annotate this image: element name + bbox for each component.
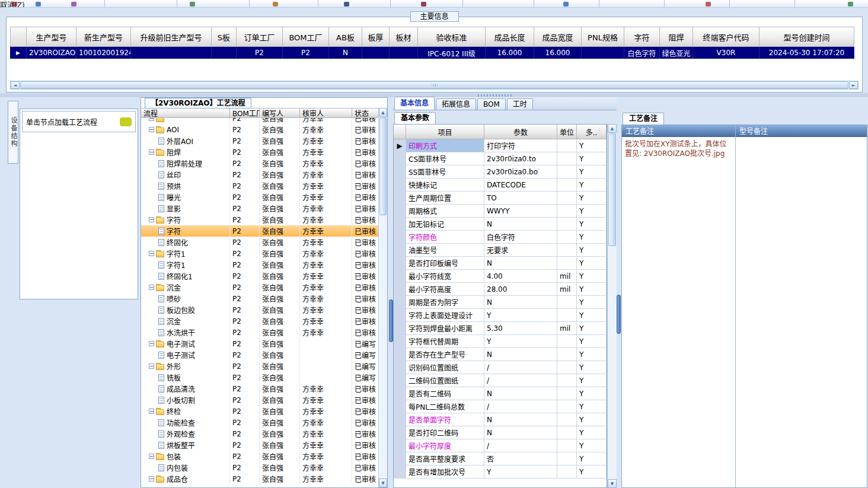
column-header[interactable]: 生产型号 bbox=[27, 27, 76, 47]
parameter-row[interactable]: 是否存在生产型号NY bbox=[394, 348, 607, 361]
parameter-row[interactable]: 是否有二维码NY bbox=[394, 387, 607, 400]
tree-row[interactable]: −沉金P2张自强方幸幸已审核 bbox=[141, 282, 378, 293]
column-header[interactable]: S板 bbox=[212, 27, 237, 47]
tree-row[interactable]: 电子测试P2张自强已编写 bbox=[141, 349, 378, 361]
parameter-row[interactable]: 生产周期位置TOY bbox=[394, 192, 607, 205]
tree-row[interactable]: 沉金P2张自强方幸幸已审核 bbox=[141, 315, 378, 327]
parameter-row[interactable]: 识别码位置图纸/Y bbox=[394, 361, 607, 374]
scrollbar-track[interactable] bbox=[608, 247, 617, 479]
parameter-row[interactable]: 快捷标记DATECODEY bbox=[394, 178, 607, 192]
tree-row[interactable]: 烘板整平P2张自强方幸幸已审核 bbox=[141, 439, 378, 451]
column-header[interactable]: 状态 bbox=[352, 108, 378, 118]
tree-row[interactable]: 小板切割P2张自强方幸幸已审核 bbox=[141, 394, 378, 406]
parameter-row[interactable]: 周期是否为阴字NY bbox=[394, 296, 607, 309]
tree-row[interactable]: −终检P2张自强方幸幸已审核 bbox=[141, 406, 378, 417]
column-header[interactable]: 板材 bbox=[390, 27, 418, 47]
tree-row[interactable]: 内包装P2张自强方幸幸已审核 bbox=[141, 462, 378, 473]
toolbar-icon[interactable] bbox=[71, 2, 76, 7]
parameter-row[interactable]: 字符颜色白色字符Y bbox=[394, 231, 607, 244]
scrollbar-thumb[interactable] bbox=[20, 81, 848, 89]
column-header[interactable]: BOM工厂 bbox=[283, 27, 329, 47]
splitter-grip[interactable] bbox=[478, 94, 512, 97]
process-note-content[interactable]: 批次号加在XY测试条上，具体位置见: 2V30ROIZAO批次号.jpg bbox=[622, 137, 735, 161]
tree-row[interactable]: −成品仓P2张自强方幸幸已审核 bbox=[141, 473, 378, 484]
tree-row[interactable]: 功能检查P2张自强方幸幸已审核 bbox=[141, 417, 378, 428]
tree-row[interactable]: 预烘P2张自强方幸幸已审核 bbox=[141, 180, 378, 192]
parameter-row[interactable]: 最小字符高度28.00milY bbox=[394, 283, 607, 296]
tree-row[interactable]: −阻焊P2张自强方幸幸已审核 bbox=[141, 146, 378, 158]
tree-row[interactable]: 喷砂P2张自强方幸幸已审核 bbox=[141, 293, 378, 304]
scrollbar-thumb[interactable] bbox=[608, 133, 616, 246]
column-header[interactable]: 多.. bbox=[577, 125, 607, 139]
tree-row[interactable]: 终固化P2张自强方幸幸已审核 bbox=[141, 237, 378, 248]
collapse-toggle-icon[interactable]: − bbox=[149, 285, 154, 290]
tree-row[interactable]: 水洗烘干P2张自强方幸幸已审核 bbox=[141, 327, 378, 338]
column-header[interactable]: 核审人 bbox=[300, 108, 352, 118]
column-header[interactable]: 新生产型号 bbox=[76, 27, 131, 47]
collapse-toggle-icon[interactable]: − bbox=[149, 127, 154, 132]
scrollbar-thumb[interactable] bbox=[379, 117, 387, 215]
parameter-row[interactable]: 字符框代替周期YY bbox=[394, 335, 607, 348]
column-header[interactable]: AB板 bbox=[329, 27, 362, 47]
toolbar-icon[interactable] bbox=[421, 2, 426, 7]
column-header[interactable]: PNL规格 bbox=[582, 27, 624, 47]
column-header[interactable]: BOM工厂 bbox=[230, 108, 260, 118]
equipment-structure-tab[interactable]: 设备结构 bbox=[8, 101, 18, 164]
column-header[interactable]: 升级前旧生产型号 bbox=[131, 27, 212, 47]
collapse-toggle-icon[interactable]: − bbox=[149, 476, 154, 481]
toolbar-icon[interactable] bbox=[190, 2, 195, 7]
column-header[interactable]: 验收标准 bbox=[418, 27, 486, 47]
collapse-toggle-icon[interactable]: − bbox=[149, 454, 154, 459]
process-note-header[interactable]: 工艺备注 bbox=[622, 125, 735, 137]
column-header[interactable]: 订单工厂 bbox=[237, 27, 283, 47]
tree-row[interactable]: −外形P2张自强已编写 bbox=[141, 361, 378, 372]
collapse-toggle-icon[interactable]: − bbox=[149, 251, 154, 256]
column-header[interactable]: 板厚 bbox=[362, 27, 390, 47]
tab-process-notes[interactable]: 工艺备注 bbox=[623, 113, 664, 125]
column-header[interactable]: 编写人 bbox=[260, 108, 300, 118]
parameter-row[interactable]: 是否有增加批次号YY bbox=[394, 465, 607, 479]
detail-tab[interactable]: BOM bbox=[477, 98, 506, 110]
collapse-toggle-icon[interactable]: − bbox=[149, 149, 154, 155]
column-header[interactable]: 型号创建时间 bbox=[760, 27, 854, 47]
tab-basic-parameters[interactable]: 基本参数 bbox=[394, 112, 436, 124]
parameter-row[interactable]: 字符上表面处理设计YY bbox=[394, 309, 607, 322]
column-header[interactable]: 流程 bbox=[141, 108, 230, 118]
tree-row[interactable]: −AOIP2张自强方幸幸已审核 bbox=[141, 124, 378, 135]
column-header[interactable]: 终端客户代码 bbox=[693, 27, 760, 47]
parameter-row[interactable]: 每PNL二维码总数/Y bbox=[394, 400, 607, 413]
detail-tab[interactable]: 基本信息 bbox=[394, 97, 435, 110]
tree-row[interactable]: 外层AOIP2张自强方幸幸已审核 bbox=[141, 135, 378, 146]
parameter-row[interactable]: 是否高平整度要求否Y bbox=[394, 452, 607, 465]
tree-row[interactable]: 板边包胶P2张自强方幸幸已审核 bbox=[141, 304, 378, 315]
parameters-vertical-scrollbar[interactable]: ▲ ▼ bbox=[607, 124, 617, 488]
parameter-row[interactable]: 油墨型号无要求Y bbox=[394, 244, 607, 257]
scroll-left-icon[interactable]: ◄ bbox=[11, 81, 20, 89]
parameter-row[interactable]: 二维码位置图纸/Y bbox=[394, 374, 607, 387]
tree-row[interactable]: 字符1P2张自强方幸幸已审核 bbox=[141, 259, 378, 270]
parameter-row[interactable]: ▶印刷方式打印字符Y bbox=[394, 139, 607, 152]
tree-row[interactable]: 曝光P2张自强方幸幸已审核 bbox=[141, 192, 378, 203]
main-grid-selected-row[interactable]: ▶2V30ROIZAO10010200192490P2P2NIPC-6012 I… bbox=[10, 47, 859, 59]
column-header[interactable]: 参数 bbox=[484, 125, 557, 139]
model-note-content[interactable] bbox=[736, 137, 867, 142]
toolbar-icon[interactable] bbox=[706, 2, 711, 7]
toolbar-icon[interactable] bbox=[344, 2, 349, 7]
tree-row[interactable]: 终固化1P2张自强方幸幸已审核 bbox=[141, 270, 378, 282]
parameter-row[interactable]: 周期格式WWYYY bbox=[394, 205, 607, 218]
detail-tab[interactable]: 拓展信息 bbox=[436, 98, 476, 110]
column-header[interactable]: 项目 bbox=[406, 125, 484, 139]
collapse-toggle-icon[interactable]: − bbox=[149, 409, 154, 414]
collapse-toggle-icon[interactable]: − bbox=[149, 341, 154, 346]
scroll-up-icon[interactable]: ▲ bbox=[379, 108, 387, 117]
toolbar-icon[interactable] bbox=[36, 2, 41, 7]
parameter-row[interactable]: CS面菲林号2v30r0iza0.toY bbox=[394, 152, 607, 165]
parameter-row[interactable]: 是否单面字符NY bbox=[394, 413, 607, 426]
scroll-down-icon[interactable]: ▼ bbox=[379, 479, 387, 487]
parameter-row[interactable]: 字符到焊盘最小距离5.30milY bbox=[394, 322, 607, 335]
tree-row[interactable]: −包装P2张自强方幸幸已审核 bbox=[141, 451, 378, 462]
tree-row[interactable]: −字符P2张自强方幸幸已审核 bbox=[141, 214, 378, 225]
tree-row[interactable]: 丝印P2张自强方幸幸已审核 bbox=[141, 169, 378, 180]
tree-row[interactable]: 显影P2张自强方幸幸已审核 bbox=[141, 203, 378, 214]
column-header[interactable]: 单位 bbox=[557, 125, 577, 139]
